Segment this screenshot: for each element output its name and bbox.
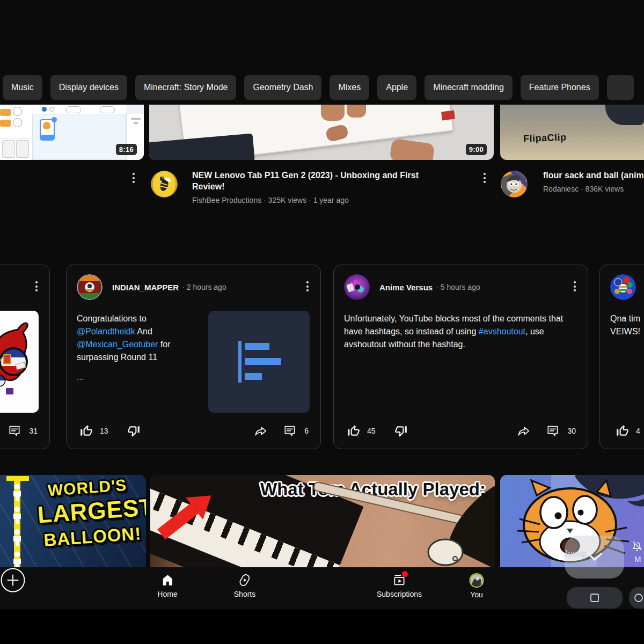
like-count: 45: [367, 427, 376, 435]
scratch-block: [0, 109, 11, 116]
zoom-icon: [13, 107, 22, 116]
chip-apple[interactable]: Apple: [377, 75, 416, 100]
comment-icon[interactable]: [283, 424, 297, 438]
video-thumbnail-scratch-tutorial[interactable]: 8:16: [0, 105, 144, 160]
indian-mapper-avatar-art: [77, 274, 103, 300]
chip-feature-phones[interactable]: Feature Phones: [521, 75, 599, 100]
post-avatar-countryballs[interactable]: [610, 274, 636, 300]
video-menu-kebab-center[interactable]: [480, 173, 489, 183]
notification-dot: [402, 571, 408, 577]
post-header: INDIAN_MAPPER · 2 hours ago: [77, 274, 226, 300]
video-byline: FishBee Productions · 325K views · 1 yea…: [192, 196, 434, 204]
red-arrow: [150, 480, 231, 550]
comment-count: 31: [29, 427, 38, 435]
post-channel-name[interactable]: Anime Versus: [379, 283, 433, 292]
post-menu-kebab[interactable]: [303, 281, 312, 291]
video-byline: Rodaniesc · 836K views: [543, 185, 644, 193]
post-actions-right: 31: [8, 424, 38, 438]
countryballs-avatar-art: [610, 274, 636, 300]
anime-versus-avatar-art: [344, 274, 370, 300]
share-icon[interactable]: [254, 424, 268, 438]
post-menu-kebab[interactable]: [32, 281, 41, 291]
video-thumbnail-tom-piano[interactable]: What Tom Actually Played:: [150, 475, 495, 569]
comment-icon[interactable]: [8, 424, 21, 438]
chevron-down-icon: [584, 549, 605, 565]
mention-link[interactable]: @Mexican_Geotuber: [77, 340, 158, 349]
chip-display-devices[interactable]: Display devices: [50, 75, 127, 100]
nav-subscriptions[interactable]: Subscriptions: [377, 573, 422, 598]
post-card-anime-versus[interactable]: Anime Versus · 5 hours ago Unfortunately…: [333, 265, 588, 449]
video-thumbnail-largest-balloon[interactable]: WORLD'S LARGEST BALLOON!: [0, 475, 146, 569]
overlay-record-button[interactable]: [629, 587, 644, 609]
chip-minecraft-story-mode[interactable]: Minecraft: Story Mode: [135, 75, 237, 100]
nav-shorts[interactable]: Shorts: [234, 573, 255, 598]
post-avatar-indian-mapper[interactable]: [77, 274, 103, 300]
chip-minecraft-modding[interactable]: Minecraft modding: [425, 75, 513, 100]
post-card-right-partial[interactable]: Qna tim VEIWS! 4: [599, 265, 644, 449]
comment-count: 30: [567, 427, 576, 435]
video-title[interactable]: flour sack and ball (anim: [543, 170, 644, 181]
countryball-map-art: [0, 311, 39, 413]
direction-pill: [100, 106, 115, 113]
like-count: 4: [636, 427, 640, 435]
mention-link[interactable]: @Polandtheidk: [77, 327, 135, 336]
post-channel-name[interactable]: INDIAN_MAPPER: [112, 283, 179, 292]
dislike-icon[interactable]: [127, 424, 141, 438]
video-thumbnail-flipaclip[interactable]: FlipaClip: [500, 105, 644, 160]
nav-label: Subscriptions: [377, 590, 422, 598]
post-card-left-partial[interactable]: 31: [0, 265, 50, 449]
person-silhouette: [12, 506, 23, 524]
post-avatar-anime-versus[interactable]: [344, 274, 370, 300]
chip-mixes[interactable]: Mixes: [330, 75, 369, 100]
fishbee-avatar-art: [151, 171, 178, 197]
chip-partial[interactable]: [607, 75, 634, 100]
post-menu-kebab[interactable]: [570, 281, 579, 291]
nav-home[interactable]: Home: [157, 573, 177, 598]
nav-label: You: [470, 590, 483, 599]
nav-label: Shorts: [234, 590, 255, 598]
nav-you[interactable]: You: [470, 573, 484, 599]
chip-music[interactable]: Music: [3, 75, 42, 100]
post-image-countryball-map[interactable]: [0, 311, 39, 413]
box-logo: [441, 111, 455, 121]
person-silhouette: [12, 529, 23, 547]
share-icon[interactable]: [517, 424, 531, 438]
post-card-indian-mapper[interactable]: INDIAN_MAPPER · 2 hours ago Congratulati…: [66, 265, 321, 449]
post-actions-left: 4: [616, 424, 640, 438]
nav-create-button[interactable]: [0, 567, 26, 595]
sprite-mini: [16, 140, 29, 158]
like-icon[interactable]: [347, 424, 361, 438]
channel-avatar-fishbee[interactable]: [151, 171, 178, 197]
like-icon[interactable]: [616, 424, 630, 438]
video-title[interactable]: NEW Lenovo Tab P11 Gen 2 (2023) - Unboxi…: [192, 170, 434, 192]
chip-geometry-dash[interactable]: Geometry Dash: [244, 75, 321, 100]
post-read-more[interactable]: ...: [77, 372, 84, 382]
post-header: [610, 274, 636, 300]
square-outline-icon: [589, 592, 600, 603]
person-silhouette: [12, 484, 23, 502]
hand: [389, 138, 435, 160]
like-icon[interactable]: [79, 424, 93, 438]
rodaniesc-avatar-art: [501, 171, 528, 197]
post-text: Qna tim: [610, 312, 640, 325]
post-text: And: [135, 327, 152, 336]
video-thumbnail-lenovo-unboxing[interactable]: 9:00: [149, 105, 494, 160]
dislike-icon[interactable]: [394, 424, 408, 438]
hand: [347, 105, 366, 118]
video-menu-kebab-left[interactable]: [129, 173, 138, 183]
sprite-mini: [2, 140, 15, 158]
toggle-on: [42, 107, 47, 112]
post-body-text: Qna tim VEIWS!: [610, 312, 640, 338]
shorts-icon: [238, 573, 252, 587]
comment-icon[interactable]: [546, 424, 560, 438]
overlay-screenshot-button[interactable]: [567, 587, 623, 609]
bell-muted-icon: [631, 540, 643, 552]
post-actions-right: 6: [254, 424, 309, 438]
hashtag-link[interactable]: #avshoutout: [479, 327, 525, 336]
post-image-poll-results[interactable]: [208, 311, 310, 413]
channel-avatar-rodaniesc[interactable]: [501, 171, 528, 197]
post-actions-right: 30: [517, 424, 576, 438]
post-body-text: Congratulations to @Polandtheidk And @Me…: [77, 312, 187, 364]
overlay-collapse-button[interactable]: [565, 536, 624, 579]
circle-outline-icon: [633, 592, 644, 603]
